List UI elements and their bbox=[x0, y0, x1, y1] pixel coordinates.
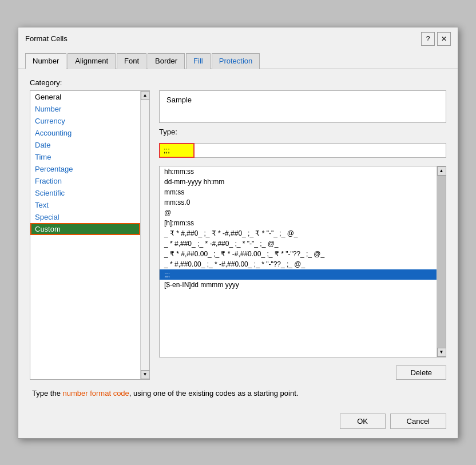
format-item-10[interactable]: ;;; bbox=[160, 269, 437, 280]
category-item-number[interactable]: Number bbox=[30, 103, 140, 115]
category-item-scientific[interactable]: Scientific bbox=[30, 187, 140, 199]
tab-alignment[interactable]: Alignment bbox=[68, 53, 116, 69]
left-panel: General Number Currency Accounting Date … bbox=[30, 90, 150, 380]
format-item-7[interactable]: _ * #,##0_ ;_ * -#,##0_ ;_ * "-"_ ;_ @_ bbox=[160, 239, 437, 249]
hint-highlight: number format code bbox=[62, 389, 129, 398]
category-item-special[interactable]: Special bbox=[30, 211, 140, 223]
dialog-title: Format Cells bbox=[25, 34, 68, 43]
format-item-4[interactable]: @ bbox=[160, 208, 437, 218]
cancel-button[interactable]: Cancel bbox=[390, 414, 446, 429]
title-bar-left: Format Cells bbox=[25, 34, 68, 43]
title-bar-right: ? ✕ bbox=[421, 32, 451, 46]
format-scroll-track bbox=[437, 176, 446, 348]
format-item-9[interactable]: _ * #,##0.00_ ;_ * -#,##0.00_ ;_ * "-"??… bbox=[160, 259, 437, 269]
format-scroll-down[interactable]: ▼ bbox=[437, 348, 446, 357]
type-label: Type: bbox=[159, 128, 446, 136]
category-scrollbar: ▲ ▼ bbox=[140, 91, 149, 379]
category-item-custom[interactable]: Custom bbox=[30, 223, 140, 235]
sample-label: Sample bbox=[166, 96, 439, 104]
format-item-3[interactable]: mm:ss.0 bbox=[160, 197, 437, 208]
format-list: hh:mm:ss dd-mm-yyyy hh:mm mm:ss mm:ss.0 … bbox=[160, 166, 446, 357]
category-item-percentage[interactable]: Percentage bbox=[30, 163, 140, 175]
type-input-row bbox=[159, 143, 446, 158]
scroll-track bbox=[141, 100, 150, 370]
title-bar: Format Cells ? ✕ bbox=[18, 27, 458, 49]
format-item-0[interactable]: hh:mm:ss bbox=[160, 166, 437, 177]
format-item-11[interactable]: [$-en-IN]dd mmmm yyyy bbox=[160, 280, 437, 290]
delete-button[interactable]: Delete bbox=[396, 365, 446, 380]
format-item-2[interactable]: mm:ss bbox=[160, 187, 437, 197]
format-list-scrollbar: ▲ ▼ bbox=[437, 166, 446, 357]
tab-protection[interactable]: Protection bbox=[212, 53, 260, 69]
category-item-time[interactable]: Time bbox=[30, 151, 140, 163]
category-list: General Number Currency Accounting Date … bbox=[30, 91, 149, 379]
sample-section: Sample bbox=[159, 90, 446, 123]
main-content: General Number Currency Accounting Date … bbox=[30, 90, 446, 380]
category-item-fraction[interactable]: Fraction bbox=[30, 175, 140, 187]
tab-border[interactable]: Border bbox=[148, 53, 185, 69]
tab-number[interactable]: Number bbox=[25, 53, 66, 69]
format-item-6[interactable]: _ ₹ * #,##0_ ;_ ₹ * -#,##0_ ;_ ₹ * "-"_ … bbox=[160, 228, 437, 239]
tab-font[interactable]: Font bbox=[117, 53, 146, 69]
hint-before: Type the bbox=[32, 389, 62, 398]
format-item-5[interactable]: [h]:mm:ss bbox=[160, 218, 437, 228]
category-item-currency[interactable]: Currency bbox=[30, 115, 140, 127]
format-list-container: hh:mm:ss dd-mm-yyyy hh:mm mm:ss mm:ss.0 … bbox=[159, 166, 446, 357]
dialog-body: Category: General Number Currency Accoun… bbox=[18, 69, 458, 407]
ok-button[interactable]: OK bbox=[340, 414, 386, 429]
hint-text: Type the number format code, using one o… bbox=[30, 389, 446, 398]
category-list-container: General Number Currency Accounting Date … bbox=[30, 90, 150, 380]
right-panel: Sample Type: hh:mm:ss dd-mm-yyyy hh:mm m… bbox=[159, 90, 446, 380]
category-item-general[interactable]: General bbox=[30, 91, 140, 103]
category-item-accounting[interactable]: Accounting bbox=[30, 127, 140, 139]
category-item-date[interactable]: Date bbox=[30, 139, 140, 151]
delete-btn-row: Delete bbox=[159, 365, 446, 380]
dialog-footer: OK Cancel bbox=[18, 407, 458, 438]
scroll-up-arrow[interactable]: ▲ bbox=[141, 91, 150, 100]
format-item-8[interactable]: _ ₹ * #,##0.00_ ;_ ₹ * -#,##0.00_ ;_ ₹ *… bbox=[160, 249, 437, 259]
type-input-rest[interactable] bbox=[195, 143, 446, 158]
format-scroll-up[interactable]: ▲ bbox=[437, 166, 446, 176]
sample-value bbox=[166, 106, 439, 118]
category-item-text[interactable]: Text bbox=[30, 199, 140, 211]
format-item-1[interactable]: dd-mm-yyyy hh:mm bbox=[160, 177, 437, 187]
tab-fill[interactable]: Fill bbox=[186, 53, 211, 69]
close-button[interactable]: ✕ bbox=[437, 32, 451, 46]
help-button[interactable]: ? bbox=[421, 32, 435, 46]
hint-after: , using one of the existing codes as a s… bbox=[129, 389, 299, 398]
type-input[interactable] bbox=[159, 143, 195, 158]
tabs-bar: Number Alignment Font Border Fill Protec… bbox=[18, 49, 458, 69]
scroll-down-arrow[interactable]: ▼ bbox=[141, 370, 150, 379]
format-cells-dialog: Format Cells ? ✕ Number Alignment Font B… bbox=[18, 27, 458, 439]
category-label: Category: bbox=[30, 78, 446, 87]
